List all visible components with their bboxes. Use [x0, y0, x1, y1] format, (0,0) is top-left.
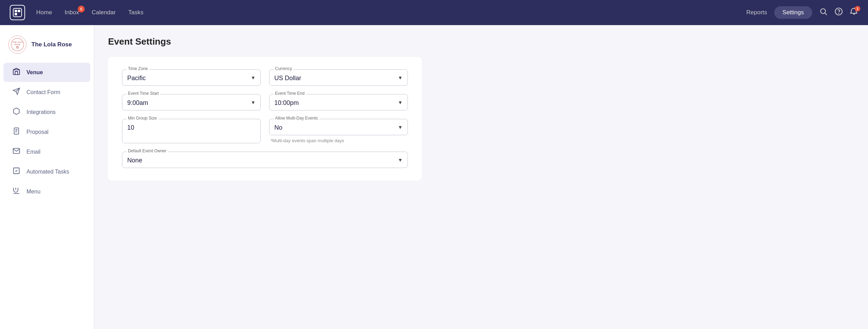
sidebar: THE LOLA ROSE The Lola Rose Venue [0, 25, 94, 329]
min-group-size-label: Min Group Size [127, 116, 158, 121]
nav-tasks[interactable]: Tasks [128, 9, 143, 16]
event-time-start-field[interactable]: Event Time Start 9:00am ▼ [122, 94, 261, 110]
svg-text:ROSE: ROSE [14, 44, 20, 46]
sidebar-item-automated-tasks[interactable]: Automated Tasks [3, 162, 90, 181]
svg-rect-0 [13, 8, 22, 17]
automated-tasks-icon [12, 167, 21, 176]
event-time-start-label: Event Time Start [127, 91, 160, 96]
nav-links: Home Inbox 5 Calendar Tasks [36, 9, 746, 16]
svg-point-11 [16, 46, 18, 48]
default-owner-label: Default Event Owner [127, 148, 168, 153]
min-group-size-value: 10 [127, 123, 256, 131]
currency-field[interactable]: Currency US Dollar ▼ [269, 69, 408, 86]
settings-card: Time Zone Pacific ▼ Currency US Dollar ▼… [108, 57, 422, 181]
top-navigation: Home Inbox 5 Calendar Tasks Reports Sett… [0, 0, 868, 25]
main-layout: THE LOLA ROSE The Lola Rose Venue [0, 25, 868, 329]
allow-multiday-value: No [274, 123, 403, 131]
notifications-button[interactable]: 1 [850, 7, 858, 18]
svg-point-7 [839, 13, 839, 14]
settings-button[interactable]: Settings [774, 6, 812, 19]
timezone-chevron-icon: ▼ [251, 75, 256, 81]
search-button[interactable] [819, 7, 828, 18]
brand-logo: THE LOLA ROSE [8, 36, 26, 54]
venue-icon [12, 68, 21, 77]
default-owner-row: Default Event Owner None ▼ [122, 152, 408, 168]
svg-rect-1 [15, 10, 17, 12]
brand: THE LOLA ROSE The Lola Rose [0, 32, 94, 62]
nav-right: Reports Settings 1 [746, 6, 858, 19]
event-time-end-value: 10:00pm [274, 98, 403, 107]
inbox-badge: 5 [78, 6, 85, 13]
app-logo [10, 5, 25, 20]
sidebar-label-proposal: Proposal [26, 129, 48, 135]
event-time-end-label: Event Time End [274, 91, 306, 96]
notif-badge: 1 [855, 6, 860, 12]
nav-home[interactable]: Home [36, 9, 52, 16]
nav-reports[interactable]: Reports [746, 9, 767, 16]
sidebar-item-menu[interactable]: Menu [3, 182, 90, 201]
sidebar-label-venue: Venue [26, 69, 43, 76]
sidebar-item-venue[interactable]: Venue [3, 63, 90, 82]
multiday-column: Allow Multi-Day Events No ▼ *Multi-day e… [269, 119, 408, 143]
sidebar-label-integrations: Integrations [26, 109, 56, 115]
svg-text:THE LOLA: THE LOLA [12, 41, 22, 43]
timezone-value: Pacific [127, 73, 256, 82]
nav-calendar[interactable]: Calendar [92, 9, 116, 16]
help-button[interactable] [835, 7, 843, 18]
svg-rect-12 [13, 70, 20, 75]
timezone-field[interactable]: Time Zone Pacific ▼ [122, 69, 261, 86]
integrations-icon [12, 107, 21, 117]
default-owner-chevron-icon: ▼ [398, 157, 403, 163]
event-time-start-value: 9:00am [127, 98, 256, 107]
email-icon [12, 147, 21, 156]
sidebar-item-contact-form[interactable]: Contact Form [3, 83, 90, 102]
default-owner-value: None [127, 155, 403, 164]
event-time-end-field[interactable]: Event Time End 10:00pm ▼ [269, 94, 408, 110]
svg-rect-3 [15, 13, 17, 15]
min-group-size-field[interactable]: Min Group Size 10 [122, 119, 261, 143]
contact-form-icon [12, 87, 21, 97]
allow-multiday-chevron-icon: ▼ [398, 124, 403, 130]
sidebar-label-automated-tasks: Automated Tasks [26, 169, 69, 175]
sidebar-label-email: Email [26, 149, 40, 155]
form-grid: Time Zone Pacific ▼ Currency US Dollar ▼… [122, 69, 408, 168]
proposal-icon [12, 127, 21, 137]
sidebar-label-contact-form: Contact Form [26, 89, 60, 95]
sidebar-label-menu: Menu [26, 189, 40, 195]
multiday-note: *Multi-day events span multiple days [269, 138, 408, 143]
currency-chevron-icon: ▼ [398, 75, 403, 81]
page-title: Event Settings [108, 36, 854, 47]
event-time-start-chevron-icon: ▼ [251, 100, 256, 105]
svg-line-5 [825, 13, 827, 15]
allow-multiday-label: Allow Multi-Day Events [274, 116, 319, 121]
menu-icon [12, 187, 21, 196]
sidebar-item-integrations[interactable]: Integrations [3, 102, 90, 122]
brand-name: The Lola Rose [31, 41, 72, 48]
timezone-label: Time Zone [127, 66, 149, 71]
event-time-end-chevron-icon: ▼ [398, 100, 403, 105]
currency-label: Currency [274, 66, 294, 71]
currency-value: US Dollar [274, 73, 403, 82]
svg-point-4 [821, 9, 825, 14]
main-content: Event Settings Time Zone Pacific ▼ Curre… [94, 25, 868, 329]
nav-inbox[interactable]: Inbox 5 [64, 9, 79, 16]
svg-rect-2 [18, 10, 20, 12]
default-owner-field[interactable]: Default Event Owner None ▼ [122, 152, 408, 168]
sidebar-item-proposal[interactable]: Proposal [3, 122, 90, 141]
allow-multiday-field[interactable]: Allow Multi-Day Events No ▼ [269, 119, 408, 135]
sidebar-item-email[interactable]: Email [3, 142, 90, 161]
